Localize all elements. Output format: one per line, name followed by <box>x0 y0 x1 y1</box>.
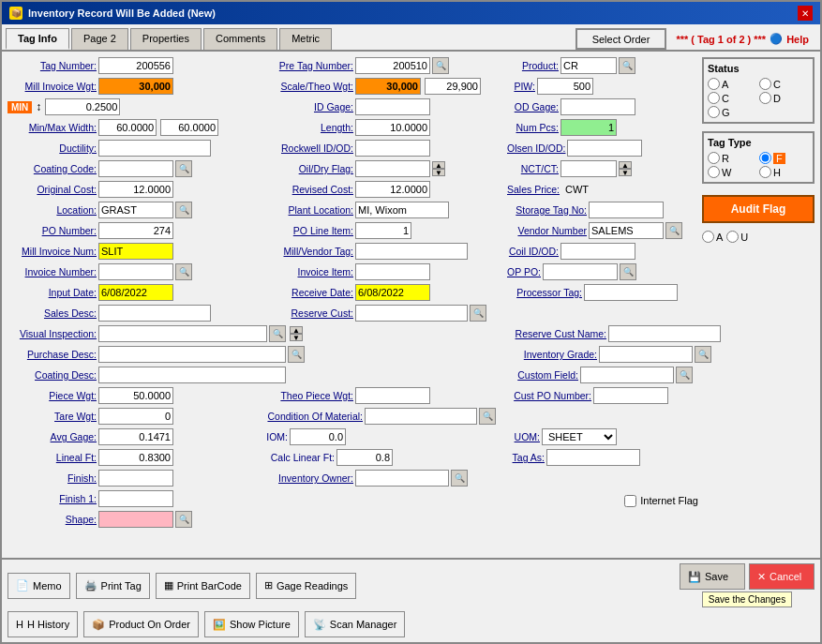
product-on-order-button[interactable]: 📦 Product On Order <box>83 611 199 637</box>
input-date-input[interactable] <box>98 284 173 301</box>
custom-field-input[interactable] <box>580 367 674 383</box>
condition-search-button[interactable]: 🔍 <box>479 408 496 425</box>
calc-linear-ft-input[interactable] <box>336 449 393 466</box>
show-picture-button[interactable]: 🖼️ Show Picture <box>204 611 299 637</box>
min-max-width-input2[interactable] <box>160 119 218 136</box>
select-order-button[interactable]: Select Order <box>575 28 667 50</box>
status-a-radio[interactable] <box>708 78 720 90</box>
length-input[interactable] <box>355 119 430 136</box>
vendor-search-button[interactable]: 🔍 <box>665 222 682 239</box>
iom-input[interactable] <box>290 428 346 445</box>
sales-desc-input[interactable] <box>98 305 211 322</box>
status-c2-radio[interactable] <box>708 92 720 104</box>
memo-button[interactable]: 📄 Memo <box>7 573 70 599</box>
op-po-input[interactable] <box>543 263 618 280</box>
tagtype-f-radio[interactable] <box>759 152 771 164</box>
coating-desc-input[interactable] <box>98 367 286 383</box>
inventory-owner-search-button[interactable]: 🔍 <box>451 470 468 487</box>
tab-tag-info[interactable]: Tag Info <box>6 28 69 50</box>
cust-po-number-input[interactable] <box>593 387 668 404</box>
oil-dry-down[interactable]: ▼ <box>432 169 445 176</box>
custom-field-search-button[interactable]: 🔍 <box>676 367 693 383</box>
audit-flag-button[interactable]: Audit Flag <box>702 195 815 223</box>
tagtype-w-radio[interactable] <box>708 166 720 178</box>
scale-theo-wgt2-input[interactable] <box>425 78 481 95</box>
product-search-button[interactable]: 🔍 <box>619 57 635 74</box>
save-button[interactable]: 💾 Save <box>680 563 745 590</box>
tab-comments[interactable]: Comments <box>203 28 277 50</box>
location-search-button[interactable]: 🔍 <box>175 202 192 218</box>
location-input[interactable] <box>98 202 173 218</box>
plant-location-input[interactable] <box>355 202 449 218</box>
nct-ct-down[interactable]: ▼ <box>619 169 632 176</box>
pre-tag-number-input[interactable] <box>355 57 430 74</box>
product-input[interactable] <box>560 57 617 74</box>
invoice-number-search-button[interactable]: 🔍 <box>175 263 192 280</box>
status-g-radio[interactable] <box>708 106 720 118</box>
visual-down[interactable]: ▼ <box>290 334 303 341</box>
op-po-search-button[interactable]: 🔍 <box>620 263 636 280</box>
tagtype-h-radio[interactable] <box>759 166 771 178</box>
tag-as-input[interactable] <box>546 449 640 466</box>
visual-up[interactable]: ▲ <box>290 326 303 334</box>
revised-cost-input[interactable] <box>355 181 430 198</box>
storage-tag-input[interactable] <box>589 202 664 218</box>
min-input[interactable] <box>45 98 120 115</box>
tab-properties[interactable]: Properties <box>130 28 202 50</box>
po-number-input[interactable] <box>98 222 173 239</box>
id-gage-input[interactable] <box>355 98 430 115</box>
nct-ct-up[interactable]: ▲ <box>619 161 632 169</box>
oil-dry-input[interactable] <box>355 160 430 177</box>
original-cost-input[interactable] <box>98 181 173 198</box>
finish-input[interactable] <box>98 470 173 487</box>
mill-invoice-wgt-input[interactable] <box>98 78 173 95</box>
cancel-button[interactable]: ✕ Cancel <box>749 563 815 590</box>
avg-gage-input[interactable] <box>98 428 173 445</box>
finish-1-input[interactable] <box>98 490 173 507</box>
vendor-number-input[interactable] <box>589 222 664 239</box>
tab-page-2[interactable]: Page 2 <box>71 28 128 50</box>
theo-piece-wgt-input[interactable] <box>355 387 430 404</box>
coil-id-od-input[interactable] <box>560 243 635 260</box>
reserve-cust-input[interactable] <box>355 305 468 322</box>
history-button[interactable]: H H History <box>7 611 78 637</box>
tagtype-r-radio[interactable] <box>708 152 720 164</box>
inventory-grade-input[interactable] <box>599 346 693 363</box>
print-barcode-button[interactable]: ▦ Print BarCode <box>156 573 250 599</box>
tab-metric[interactable]: Metric <box>279 28 332 50</box>
scale-theo-wgt-input[interactable] <box>355 78 421 95</box>
tag-number-input[interactable] <box>98 57 173 74</box>
purchase-desc-input[interactable] <box>98 346 286 363</box>
close-button[interactable]: ✕ <box>798 6 813 21</box>
tare-wgt-input[interactable] <box>98 408 173 425</box>
coating-code-search-button[interactable]: 🔍 <box>175 160 192 177</box>
help-button[interactable]: Help <box>786 34 809 45</box>
mill-vendor-tag-input[interactable] <box>355 243 468 260</box>
min-max-width-input1[interactable] <box>98 119 157 136</box>
olsen-input[interactable] <box>567 140 642 157</box>
piece-wgt-input[interactable] <box>98 387 173 404</box>
visual-inspection-input[interactable] <box>98 325 267 342</box>
visual-inspection-search-button[interactable]: 🔍 <box>269 325 286 342</box>
rockwell-input[interactable] <box>355 140 430 157</box>
inventory-owner-input[interactable] <box>355 470 449 487</box>
ductility-input[interactable] <box>98 140 211 157</box>
pre-tag-search-button[interactable]: 🔍 <box>432 57 449 74</box>
mill-invoice-num-input[interactable] <box>98 243 173 260</box>
oil-dry-up[interactable]: ▲ <box>432 161 445 169</box>
reserve-cust-search-button[interactable]: 🔍 <box>470 305 486 322</box>
internet-flag-checkbox[interactable] <box>624 495 636 507</box>
status-d-radio[interactable] <box>759 92 771 104</box>
status-c1-radio[interactable] <box>759 78 771 90</box>
audit-u-radio[interactable] <box>726 231 739 243</box>
audit-a-radio[interactable] <box>702 231 714 243</box>
condition-input[interactable] <box>365 408 477 425</box>
lineal-ft-input[interactable] <box>98 449 173 466</box>
invoice-item-input[interactable] <box>355 263 430 280</box>
shape-search-button[interactable]: 🔍 <box>175 511 192 528</box>
nct-ct-input[interactable] <box>560 160 617 177</box>
coating-code-input[interactable] <box>98 160 173 177</box>
scan-manager-button[interactable]: 📡 Scan Manager <box>305 611 406 637</box>
invoice-number-input[interactable] <box>98 263 173 280</box>
uom-select[interactable]: SHEET EACH LB <box>542 428 617 445</box>
